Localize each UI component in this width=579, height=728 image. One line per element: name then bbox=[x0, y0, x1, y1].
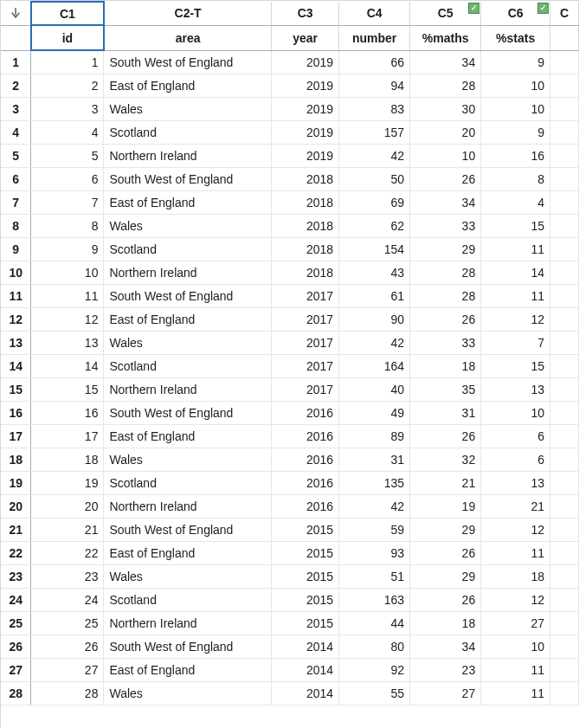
cell-number[interactable]: 42 bbox=[339, 144, 410, 167]
row-number[interactable]: 21 bbox=[1, 518, 31, 541]
cell-maths[interactable]: 10 bbox=[410, 144, 481, 167]
field-extra[interactable] bbox=[550, 25, 579, 50]
row-number[interactable]: 14 bbox=[1, 354, 31, 377]
row-number[interactable]: 11 bbox=[1, 284, 31, 307]
cell-area[interactable]: South West of England bbox=[104, 167, 272, 190]
row-number[interactable]: 10 bbox=[1, 261, 31, 284]
cell-year[interactable]: 2019 bbox=[272, 144, 339, 167]
cell-year[interactable]: 2017 bbox=[272, 284, 339, 307]
cell-id[interactable]: 26 bbox=[31, 635, 104, 658]
field-year[interactable]: year bbox=[272, 25, 339, 50]
cell-id[interactable]: 23 bbox=[31, 564, 104, 588]
field-stats[interactable]: %stats bbox=[481, 25, 550, 50]
cell-maths[interactable]: 35 bbox=[410, 377, 481, 401]
cell-extra[interactable] bbox=[550, 50, 579, 74]
cell-maths[interactable]: 18 bbox=[410, 354, 481, 377]
field-id[interactable]: id bbox=[31, 25, 104, 50]
cell-number[interactable]: 42 bbox=[339, 494, 410, 518]
cell-extra[interactable] bbox=[550, 471, 579, 494]
cell-number[interactable]: 89 bbox=[339, 424, 410, 448]
cell-extra[interactable] bbox=[550, 588, 579, 611]
cell-year[interactable]: 2017 bbox=[272, 377, 339, 401]
cell-year[interactable]: 2014 bbox=[272, 635, 339, 658]
cell-number[interactable]: 164 bbox=[339, 354, 410, 377]
cell-maths[interactable]: 33 bbox=[410, 331, 481, 354]
cell-area[interactable]: South West of England bbox=[104, 284, 272, 307]
cell-area[interactable]: Northern Ireland bbox=[104, 377, 272, 401]
cell-id[interactable]: 22 bbox=[31, 541, 104, 564]
cell-id[interactable]: 2 bbox=[31, 74, 104, 97]
cell-year[interactable]: 2016 bbox=[272, 401, 339, 424]
cell-id[interactable]: 27 bbox=[31, 658, 104, 681]
cell-area[interactable]: Wales bbox=[104, 448, 272, 471]
cell-stats[interactable]: 8 bbox=[481, 167, 550, 190]
cell-area[interactable]: Wales bbox=[104, 564, 272, 588]
cell-id[interactable]: 3 bbox=[31, 97, 104, 120]
col-header-c2[interactable]: C2-T bbox=[104, 2, 272, 25]
cell-stats[interactable]: 11 bbox=[481, 284, 550, 307]
cell-year[interactable]: 2015 bbox=[272, 588, 339, 611]
cell-extra[interactable] bbox=[550, 635, 579, 658]
col-header-c3[interactable]: C3 bbox=[272, 2, 339, 25]
cell-number[interactable]: 163 bbox=[339, 588, 410, 611]
cell-maths[interactable]: 18 bbox=[410, 611, 481, 635]
cell-id[interactable]: 6 bbox=[31, 167, 104, 190]
row-number[interactable]: 8 bbox=[1, 214, 31, 237]
row-number[interactable]: 27 bbox=[1, 658, 31, 681]
cell-year[interactable]: 2018 bbox=[272, 167, 339, 190]
cell-stats[interactable]: 15 bbox=[481, 354, 550, 377]
cell-id[interactable]: 9 bbox=[31, 237, 104, 261]
row-number[interactable]: 19 bbox=[1, 471, 31, 494]
cell-year[interactable]: 2016 bbox=[272, 494, 339, 518]
cell-maths[interactable]: 34 bbox=[410, 50, 481, 74]
row-number[interactable]: 12 bbox=[1, 307, 31, 331]
cell-number[interactable]: 92 bbox=[339, 658, 410, 681]
cell-stats[interactable]: 12 bbox=[481, 588, 550, 611]
cell-extra[interactable] bbox=[550, 377, 579, 401]
cell-stats[interactable]: 18 bbox=[481, 564, 550, 588]
cell-maths[interactable]: 21 bbox=[410, 471, 481, 494]
cell-stats[interactable]: 11 bbox=[481, 541, 550, 564]
cell-stats[interactable]: 13 bbox=[481, 377, 550, 401]
cell-area[interactable]: South West of England bbox=[104, 518, 272, 541]
cell-year[interactable]: 2017 bbox=[272, 354, 339, 377]
cell-year[interactable]: 2017 bbox=[272, 331, 339, 354]
cell-area[interactable]: Scotland bbox=[104, 120, 272, 144]
row-number[interactable]: 1 bbox=[1, 50, 31, 74]
cell-id[interactable]: 17 bbox=[31, 424, 104, 448]
cell-id[interactable]: 18 bbox=[31, 448, 104, 471]
cell-maths[interactable]: 28 bbox=[410, 284, 481, 307]
col-header-c7[interactable]: C bbox=[550, 2, 579, 25]
cell-area[interactable]: Scotland bbox=[104, 237, 272, 261]
cell-stats[interactable]: 27 bbox=[481, 611, 550, 635]
field-maths[interactable]: %maths bbox=[410, 25, 481, 50]
cell-maths[interactable]: 27 bbox=[410, 681, 481, 705]
cell-number[interactable]: 51 bbox=[339, 564, 410, 588]
cell-maths[interactable]: 29 bbox=[410, 518, 481, 541]
cell-area[interactable]: East of England bbox=[104, 190, 272, 214]
cell-extra[interactable] bbox=[550, 307, 579, 331]
cell-id[interactable]: 7 bbox=[31, 190, 104, 214]
cell-number[interactable]: 94 bbox=[339, 74, 410, 97]
cell-stats[interactable]: 11 bbox=[481, 658, 550, 681]
cell-id[interactable]: 14 bbox=[31, 354, 104, 377]
row-number[interactable]: 20 bbox=[1, 494, 31, 518]
cell-area[interactable]: East of England bbox=[104, 307, 272, 331]
cell-id[interactable]: 24 bbox=[31, 588, 104, 611]
cell-stats[interactable]: 10 bbox=[481, 401, 550, 424]
cell-year[interactable]: 2018 bbox=[272, 214, 339, 237]
cell-year[interactable]: 2017 bbox=[272, 307, 339, 331]
cell-stats[interactable]: 12 bbox=[481, 518, 550, 541]
cell-extra[interactable] bbox=[550, 424, 579, 448]
cell-id[interactable]: 25 bbox=[31, 611, 104, 635]
cell-stats[interactable]: 11 bbox=[481, 681, 550, 705]
cell-maths[interactable]: 28 bbox=[410, 261, 481, 284]
col-header-c1[interactable]: C1 bbox=[31, 2, 104, 25]
data-grid[interactable]: C1 C2-T C3 C4 C5 ✓ C6 ✓ C id area year n… bbox=[0, 0, 579, 728]
row-number[interactable]: 26 bbox=[1, 635, 31, 658]
cell-maths[interactable]: 31 bbox=[410, 401, 481, 424]
cell-maths[interactable]: 29 bbox=[410, 237, 481, 261]
cell-extra[interactable] bbox=[550, 401, 579, 424]
cell-id[interactable]: 10 bbox=[31, 261, 104, 284]
row-number[interactable]: 7 bbox=[1, 190, 31, 214]
